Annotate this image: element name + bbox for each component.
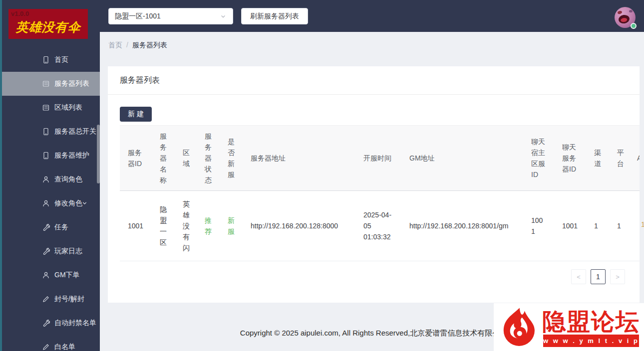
sidebar-item-label: 服务器列表 xyxy=(54,79,89,88)
app-title: 英雄没有伞 xyxy=(8,19,88,35)
cell-status: 推荐 xyxy=(197,191,220,261)
card-header: 服务器列表 xyxy=(108,66,640,95)
cell-platform: 1 xyxy=(609,191,629,261)
cell-channel: 1 xyxy=(586,191,609,261)
sidebar: v1.0.0 英雄没有伞 首页 服务器列表 区域列表 服务器总开关 服务器维护 … xyxy=(0,0,100,351)
col-is-new: 是否新服 xyxy=(220,126,243,191)
new-button[interactable]: 新 建 xyxy=(120,107,152,122)
chevron-down-icon xyxy=(81,200,88,206)
sidebar-item-tasks[interactable]: 任务 xyxy=(0,215,100,239)
server-table-wrapper: 服务器ID 服务器名称 区域 服务器状态 是否新服 服务器地址 开服时间 GM地… xyxy=(120,125,640,261)
col-clipped: A xyxy=(629,126,640,191)
window-edge-accent xyxy=(0,0,2,351)
col-chat-host-id: 聊天宿主区服ID xyxy=(523,126,554,191)
col-chat-server-id: 聊天服务器ID xyxy=(554,126,586,191)
sidebar-item-server-maintenance[interactable]: 服务器维护 xyxy=(0,144,100,168)
sidebar-item-label: 首页 xyxy=(54,55,68,64)
refresh-button-label: 刷新服务器列表 xyxy=(250,12,299,21)
avatar-detail xyxy=(617,10,622,14)
sidebar-item-label: 白名单 xyxy=(54,343,75,351)
avatar-detail xyxy=(629,10,633,12)
breadcrumb-current: 服务器列表 xyxy=(132,41,167,50)
sidebar-item-label: 服务器维护 xyxy=(54,151,89,160)
wrench-icon xyxy=(42,223,50,231)
sidebar-menu: 首页 服务器列表 区域列表 服务器总开关 服务器维护 查询角色 修改角色 xyxy=(0,48,100,351)
col-server-status: 服务器状态 xyxy=(197,126,220,191)
col-server-id: 服务器ID xyxy=(120,126,152,191)
cell-is-new: 新服 xyxy=(220,191,243,261)
server-table: 服务器ID 服务器名称 区域 服务器状态 是否新服 服务器地址 开服时间 GM地… xyxy=(120,125,640,261)
sidebar-item-whitelist[interactable]: 白名单 xyxy=(0,335,100,351)
breadcrumb-home[interactable]: 首页 xyxy=(108,41,122,50)
col-region: 区域 xyxy=(175,126,197,191)
app-version: v1.0.0 xyxy=(11,10,29,17)
topbar: 隐盟一区-1001 刷新服务器列表 xyxy=(100,0,644,32)
list-icon xyxy=(42,104,50,112)
sidebar-item-label: 封号/解封 xyxy=(54,295,84,304)
sidebar-item-gm-order[interactable]: GM下单 xyxy=(0,263,100,287)
pagination-next-button[interactable]: > xyxy=(610,269,625,284)
card-title: 服务器列表 xyxy=(120,75,160,86)
sidebar-item-label: 修改角色 xyxy=(54,199,82,208)
sidebar-item-server-list[interactable]: 服务器列表 xyxy=(0,72,100,96)
refresh-server-list-button[interactable]: 刷新服务器列表 xyxy=(241,8,308,24)
cell-server-address: http://192.168.200.128:8000 xyxy=(243,191,355,261)
sidebar-item-ban-unban[interactable]: 封号/解封 xyxy=(0,287,100,311)
col-platform: 平台 xyxy=(609,126,629,191)
col-open-time: 开服时间 xyxy=(355,126,401,191)
sidebar-item-query-role[interactable]: 查询角色 xyxy=(0,168,100,191)
table-row: 1001 隐盟一区 英雄没有闪 推荐 新服 http://192.168.200… xyxy=(120,191,640,261)
pen-icon xyxy=(42,343,50,351)
sidebar-item-label: 任务 xyxy=(54,223,68,232)
col-gm-address: GM地址 xyxy=(401,126,523,191)
forum-watermark: 隐盟论坛 w w w . y m l t . v i p xyxy=(494,303,644,351)
pagination-prev-button[interactable]: < xyxy=(571,269,586,284)
pagination-page-1[interactable]: 1 xyxy=(591,269,606,284)
cell-server-name: 隐盟一区 xyxy=(152,191,175,261)
sidebar-item-modify-role[interactable]: 修改角色 xyxy=(0,191,100,215)
pen-icon xyxy=(42,295,50,303)
breadcrumb-separator: / xyxy=(126,41,128,50)
server-select[interactable]: 隐盟一区-1001 xyxy=(108,8,233,24)
avatar-detail xyxy=(618,14,630,24)
tablet-icon xyxy=(42,128,50,136)
sidebar-item-player-logs[interactable]: 玩家日志 xyxy=(0,239,100,263)
sidebar-item-label: 区域列表 xyxy=(54,103,82,112)
cell-open-time: 2025-04-05 01:03:32 xyxy=(355,191,401,261)
card-body: 新 建 服务器ID 服务器名称 区域 服务器状态 是否新服 服务器 xyxy=(108,95,640,284)
server-list-card: 服务器列表 新 建 服务器ID 服务器名称 区域 服务器状态 是否新服 xyxy=(108,66,640,303)
tablet-icon xyxy=(42,152,50,160)
user-icon xyxy=(42,199,50,207)
col-server-name: 服务器名称 xyxy=(152,126,175,191)
sidebar-item-auto-ban-list[interactable]: 自动封禁名单 xyxy=(0,311,100,335)
sidebar-item-label: GM下单 xyxy=(54,271,80,280)
user-avatar[interactable] xyxy=(615,7,636,28)
sidebar-scrollbar[interactable] xyxy=(97,125,100,183)
cell-region: 英雄没有闪 xyxy=(175,191,197,261)
chevron-down-icon xyxy=(220,13,227,20)
sidebar-item-home[interactable]: 首页 xyxy=(0,48,100,72)
col-server-address: 服务器地址 xyxy=(243,126,355,191)
cell-server-id: 1001 xyxy=(120,191,152,261)
sidebar-item-label: 玩家日志 xyxy=(54,247,82,256)
clipped-table-fragment: 1 xyxy=(641,220,644,228)
server-select-value: 隐盟一区-1001 xyxy=(115,12,220,21)
online-status-dot xyxy=(631,23,637,29)
sidebar-item-label: 查询角色 xyxy=(54,175,82,184)
forum-url: w w w . y m l t . v i p xyxy=(543,335,639,347)
cell-chat-host-id: 1001 xyxy=(523,191,554,261)
sidebar-item-region-list[interactable]: 区域列表 xyxy=(0,96,100,120)
tablet-icon xyxy=(42,56,50,64)
cell-chat-server-id: 1001 xyxy=(554,191,586,261)
user-icon xyxy=(42,176,50,183)
sidebar-item-label: 自动封禁名单 xyxy=(54,319,96,328)
user-icon xyxy=(42,271,50,279)
table-header-row: 服务器ID 服务器名称 区域 服务器状态 是否新服 服务器地址 开服时间 GM地… xyxy=(120,126,640,191)
pagination: < 1 > xyxy=(120,269,625,284)
list-icon xyxy=(42,80,50,88)
sidebar-item-label: 服务器总开关 xyxy=(54,127,96,136)
sidebar-item-server-master-switch[interactable]: 服务器总开关 xyxy=(0,120,100,144)
forum-title: 隐盟论坛 xyxy=(542,306,640,338)
app-logo: v1.0.0 英雄没有伞 xyxy=(8,9,88,39)
cell-clipped xyxy=(629,191,640,261)
